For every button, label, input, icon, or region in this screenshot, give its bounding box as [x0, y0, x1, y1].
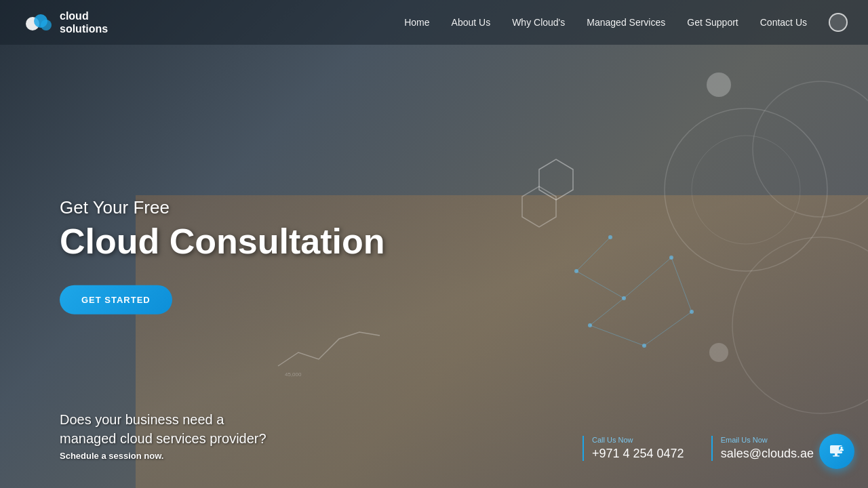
svg-point-25 — [41, 20, 52, 30]
nav-why[interactable]: Why Cloud's — [512, 17, 565, 28]
nav-contact[interactable]: Contact Us — [760, 17, 807, 28]
logo-text: cloud solutions — [60, 9, 108, 35]
svg-rect-28 — [833, 455, 840, 457]
hero-section: 45,000 cloud solutions Home About Us — [0, 0, 868, 488]
logo[interactable]: cloud solutions — [20, 6, 108, 39]
logo-icon — [20, 6, 53, 39]
nav-links: Home About Us Why Cloud's Managed Servic… — [404, 13, 848, 32]
email-value: sales@clouds.ae — [721, 447, 814, 461]
hero-schedule: Schedule a session now. — [60, 451, 267, 461]
nav-support[interactable]: Get Support — [687, 17, 738, 28]
hero-question: Does your business need a managed cloud … — [60, 410, 267, 448]
hero-subtitle: Get Your Free — [60, 197, 384, 218]
chat-button[interactable] — [819, 434, 854, 469]
nav-home[interactable]: Home — [404, 17, 429, 28]
nav-managed[interactable]: Managed Services — [587, 17, 665, 28]
svg-rect-27 — [835, 453, 837, 455]
phone-label: Call Us Now — [592, 436, 684, 444]
hero-content: Get Your Free Cloud Consultation GET STA… — [60, 197, 384, 314]
svg-point-30 — [841, 447, 843, 449]
hero-bottom-text: Does your business need a managed cloud … — [60, 410, 267, 461]
phone-contact: Call Us Now +971 4 254 0472 — [583, 436, 684, 461]
nav-about[interactable]: About Us — [452, 17, 491, 28]
email-contact: Email Us Now sales@clouds.ae — [711, 436, 814, 461]
email-label: Email Us Now — [721, 436, 814, 444]
contact-info: Call Us Now +971 4 254 0472 Email Us Now… — [583, 436, 814, 461]
navbar: cloud solutions Home About Us Why Cloud'… — [0, 0, 868, 45]
search-button[interactable] — [829, 13, 848, 32]
phone-value: +971 4 254 0472 — [592, 447, 684, 461]
get-started-button[interactable]: GET STARTED — [60, 285, 172, 314]
hero-title: Cloud Consultation — [60, 222, 384, 261]
